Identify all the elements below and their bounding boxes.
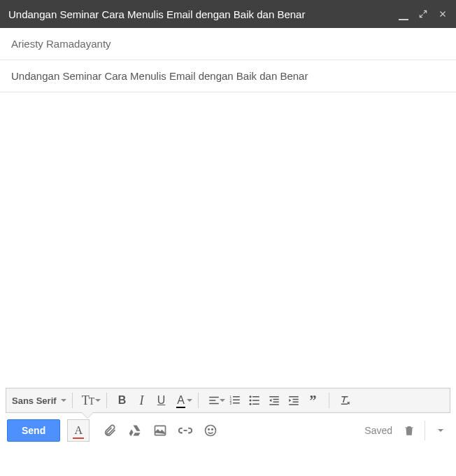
caret-down-icon xyxy=(61,399,66,402)
italic-button[interactable]: I xyxy=(132,391,152,410)
caret-down-icon xyxy=(95,399,101,402)
font-family-label: Sans Serif xyxy=(12,396,57,406)
compose-action-icons xyxy=(102,423,218,438)
svg-rect-8 xyxy=(233,402,240,404)
insert-emoji-icon[interactable] xyxy=(203,423,218,438)
svg-rect-19 xyxy=(289,396,299,398)
titlebar-actions xyxy=(399,8,448,20)
svg-rect-13 xyxy=(252,400,259,401)
expand-icon[interactable] xyxy=(418,9,428,19)
bold-button[interactable]: B xyxy=(113,391,132,410)
svg-rect-18 xyxy=(269,404,279,405)
recipients-field[interactable]: Ariesty Ramadayanty xyxy=(0,28,456,60)
numbered-list-button[interactable]: 123 xyxy=(225,391,245,410)
svg-rect-7 xyxy=(233,400,240,401)
svg-point-10 xyxy=(249,400,251,402)
svg-rect-22 xyxy=(289,404,299,405)
svg-rect-2 xyxy=(209,403,219,405)
compose-title: Undangan Seminar Cara Menulis Email deng… xyxy=(8,8,399,20)
svg-rect-6 xyxy=(233,396,240,398)
svg-rect-1 xyxy=(209,400,215,401)
svg-point-26 xyxy=(208,429,210,430)
svg-point-9 xyxy=(249,396,251,398)
compose-bottom-bar: Send A Saved xyxy=(0,413,456,448)
subject-field[interactable]: Undangan Seminar Cara Menulis Email deng… xyxy=(0,60,456,92)
svg-text:3: 3 xyxy=(229,402,231,405)
formatting-toggle-button[interactable]: A xyxy=(67,419,90,442)
underline-button[interactable]: U xyxy=(152,391,171,410)
svg-rect-17 xyxy=(273,402,278,403)
svg-rect-16 xyxy=(273,399,278,400)
svg-rect-12 xyxy=(252,396,259,398)
svg-rect-21 xyxy=(292,402,298,403)
compose-titlebar: Undangan Seminar Cara Menulis Email deng… xyxy=(0,0,456,28)
send-button[interactable]: Send xyxy=(7,419,60,442)
bulleted-list-button[interactable] xyxy=(245,391,264,410)
recipient-chip[interactable]: Ariesty Ramadayanty xyxy=(11,38,111,50)
indent-less-button[interactable] xyxy=(264,391,284,410)
indent-more-button[interactable] xyxy=(284,391,304,410)
close-icon[interactable] xyxy=(438,9,448,19)
font-family-select[interactable]: Sans Serif xyxy=(12,396,66,406)
svg-point-27 xyxy=(212,429,213,430)
svg-point-25 xyxy=(206,426,216,436)
svg-point-11 xyxy=(249,403,251,405)
more-options-button[interactable] xyxy=(432,422,449,439)
svg-rect-20 xyxy=(292,399,298,400)
separator xyxy=(425,421,425,440)
insert-drive-icon[interactable] xyxy=(127,423,143,438)
text-format-icon: A xyxy=(74,424,83,437)
quote-button[interactable]: ” xyxy=(304,391,323,410)
saved-status: Saved xyxy=(364,425,392,436)
compose-body[interactable] xyxy=(0,92,456,388)
format-toolbar: Sans Serif TT B I U A 123 xyxy=(6,388,450,413)
remove-formatting-button[interactable] xyxy=(335,391,355,410)
svg-rect-23 xyxy=(341,404,347,405)
discard-draft-icon[interactable] xyxy=(401,422,418,439)
insert-link-icon[interactable] xyxy=(178,423,193,438)
svg-rect-15 xyxy=(269,396,279,398)
insert-photo-icon[interactable] xyxy=(152,423,168,438)
caret-down-icon xyxy=(187,399,192,402)
caret-down-icon xyxy=(220,399,225,402)
svg-rect-14 xyxy=(252,404,259,405)
attach-file-icon[interactable] xyxy=(102,423,117,438)
minimize-icon[interactable] xyxy=(399,8,408,20)
svg-rect-0 xyxy=(209,397,219,398)
caret-down-icon xyxy=(438,429,443,432)
subject-text: Undangan Seminar Cara Menulis Email deng… xyxy=(11,70,308,82)
